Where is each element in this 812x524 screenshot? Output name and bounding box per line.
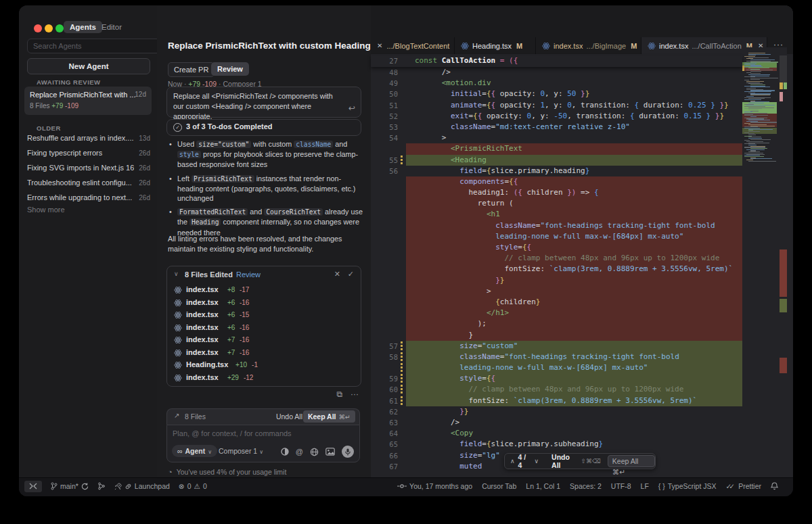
files-edited-header[interactable]: ∨ 8 Files Edited Review ✕ ✓ (167, 266, 361, 284)
file-row[interactable]: index.tsx+6-16 (167, 322, 361, 335)
copy-icon[interactable]: ⧉ (336, 389, 342, 399)
agent-list-item[interactable]: Errors while upgrading to next...26d (19, 191, 157, 206)
code-line[interactable]: 54 > (371, 133, 742, 143)
voice-input-button[interactable] (342, 446, 354, 458)
agent-list-item[interactable]: Fixing typescript errors26d (19, 146, 157, 161)
file-row[interactable]: index.tsx+6-16 (167, 297, 361, 310)
git-branch-item[interactable]: main* (51, 482, 89, 490)
new-agent-button[interactable]: New Agent (27, 58, 150, 74)
code-line[interactable]: 65 field={slice.primary.subheading} (371, 439, 742, 450)
review-button[interactable]: Review (211, 62, 249, 76)
code-lines[interactable]: 48 />49 <motion.div50 initial={{ opacity… (371, 67, 742, 472)
file-row[interactable]: Heading.tsx+10-1 (167, 359, 361, 372)
code-line[interactable]: {children} (371, 297, 742, 308)
agent-list-item[interactable]: Fixing SVG imports in Next.js 1626d (19, 161, 157, 176)
code-line[interactable]: 60 // clamp between 48px and 96px up to … (371, 384, 742, 395)
cursor-tab-item[interactable]: Cursor Tab (482, 482, 516, 490)
keep-all-diffs-button[interactable]: Keep All ⌘↵ (608, 455, 655, 467)
accept-all-icon[interactable]: ✓ (348, 270, 354, 279)
language-item[interactable]: { } TypeScript JSX (658, 482, 717, 490)
composer-input[interactable] (171, 429, 330, 438)
todos-summary[interactable]: ✓ 3 of 3 To-dos Completed (166, 119, 361, 136)
minimize-window-button[interactable] (45, 24, 53, 32)
code-line[interactable]: 58 className="font-headings tracking-tig… (371, 352, 742, 362)
code-line[interactable]: } (371, 330, 742, 341)
source-control-graph-icon[interactable] (97, 482, 106, 490)
launchpad-item[interactable]: Launchpad (114, 482, 170, 490)
code-line[interactable]: heading1: ({ children }) => { (371, 187, 742, 198)
minimap[interactable] (742, 47, 780, 477)
show-more-link[interactable]: Show more (27, 206, 65, 214)
agent-list-item-selected[interactable]: Replace PrismicRichText with ... 12d 8 F… (24, 87, 152, 115)
keep-all-button[interactable]: Keep All⌘↵ (303, 410, 355, 423)
agent-mode-select[interactable]: ∞Agent∨ (172, 445, 217, 457)
code-line[interactable]: style={{ (371, 242, 742, 253)
notifications-bell-icon[interactable] (771, 482, 778, 490)
undo-all-button[interactable]: Undo All (276, 412, 302, 421)
code-line[interactable]: 48 /> (371, 67, 742, 78)
eol-item[interactable]: LF (641, 482, 649, 490)
code-line[interactable]: 50 initial={{ opacity: 0, y: 50 }} (371, 89, 742, 99)
code-line[interactable]: 49 <motion.div (371, 78, 742, 89)
code-line[interactable]: leading-none w-full max-w-[684px] mx-aut… (371, 362, 742, 373)
search-input[interactable] (27, 39, 161, 53)
attach-image-icon[interactable] (325, 448, 335, 456)
file-row[interactable]: index.tsx+7-16 (167, 334, 361, 347)
tab-editor[interactable]: Editor (102, 21, 122, 33)
minimap-slider[interactable] (780, 55, 787, 85)
code-line[interactable]: 56 field={slice.primary.heading} (371, 166, 742, 176)
code-line[interactable]: // clamp between 48px and 96px up to 120… (371, 253, 742, 264)
code-line[interactable]: 55 <Heading (371, 155, 742, 166)
close-icon[interactable]: ✕ (377, 42, 382, 49)
file-row[interactable]: index.tsx+6-15 (167, 309, 361, 322)
more-icon[interactable]: ··· (351, 389, 359, 399)
expand-icon[interactable]: ↗ (174, 412, 179, 419)
reject-all-icon[interactable]: ✕ (334, 270, 340, 279)
code-line[interactable]: 63 /> (371, 417, 742, 428)
file-row[interactable]: index.tsx+7-16 (167, 347, 361, 360)
web-search-icon[interactable] (310, 448, 319, 456)
line-col-item[interactable]: Ln 1, Col 1 (526, 482, 560, 490)
agent-list-item[interactable]: Reshuffle card arrays in index....13d (19, 131, 157, 146)
close-window-button[interactable] (34, 24, 42, 32)
tab-agents[interactable]: Agents (64, 21, 102, 33)
code-line[interactable]: }} (371, 275, 742, 286)
code-line[interactable]: <h1 (371, 209, 742, 220)
formatter-item[interactable]: ✓✓ Prettier (726, 482, 761, 490)
code-line[interactable]: leading-none w-full max-w-[684px] mx-aut… (371, 231, 742, 242)
git-blame-item[interactable]: You, 17 months ago (397, 482, 472, 490)
code-line[interactable]: 51 animate={{ opacity: 1, y: 0, transiti… (371, 100, 742, 111)
create-pr-button[interactable]: Create PR (168, 62, 215, 77)
code-line[interactable]: </h1> (371, 308, 742, 318)
code-line[interactable]: <PrismicRichText (371, 143, 742, 154)
code-line[interactable]: 64 <Copy (371, 428, 742, 439)
code-line[interactable]: 61 fontSize: `clamp(3rem, 0.8889rem + 3.… (371, 396, 742, 406)
prev-diff-icon[interactable]: ∧ (510, 458, 515, 465)
remote-indicator[interactable] (24, 481, 42, 492)
files-review-link[interactable]: Review (236, 270, 261, 279)
code-line[interactable]: components={{ (371, 176, 742, 187)
code-line[interactable]: className="font-headings tracking-tight … (371, 220, 742, 231)
mention-icon[interactable]: @ (296, 448, 303, 456)
code-line[interactable]: 53 className="md:text-center relative z-… (371, 122, 742, 133)
encoding-item[interactable]: UTF-8 (611, 482, 631, 490)
code-line[interactable]: 57 size="custom" (371, 341, 742, 352)
maximize-window-button[interactable] (55, 24, 64, 32)
editor-tab[interactable]: ✕.../BlogTextContentM (371, 37, 455, 54)
file-row[interactable]: index.tsx+29-12 (167, 372, 361, 385)
chevron-down-icon[interactable]: ∨ (174, 270, 179, 277)
code-line[interactable]: 59 style={{ (371, 373, 742, 384)
code-line[interactable]: > (371, 286, 742, 297)
file-row[interactable]: index.tsx+8-17 (167, 284, 361, 297)
code-line[interactable]: 52 exit={{ opacity: 0, y: -50, transitio… (371, 111, 742, 122)
editor-tab[interactable]: Heading.tsxM (455, 37, 536, 54)
indent-item[interactable]: Spaces: 2 (570, 482, 602, 490)
sticky-scroll-line[interactable]: 27const CallToAction = ({ (371, 55, 742, 67)
code-line[interactable]: ); (371, 318, 742, 329)
next-diff-icon[interactable]: ∨ (534, 458, 539, 465)
composer-input-box[interactable]: ∞Agent∨ Composer 1∨ @ (166, 425, 360, 462)
editor-tab[interactable]: index.tsx.../BigImageM (536, 37, 641, 54)
problems-item[interactable]: ⊗0 ⚠0 (179, 482, 207, 490)
overview-ruler[interactable] (780, 47, 787, 477)
model-select[interactable]: Composer 1∨ (219, 447, 263, 455)
